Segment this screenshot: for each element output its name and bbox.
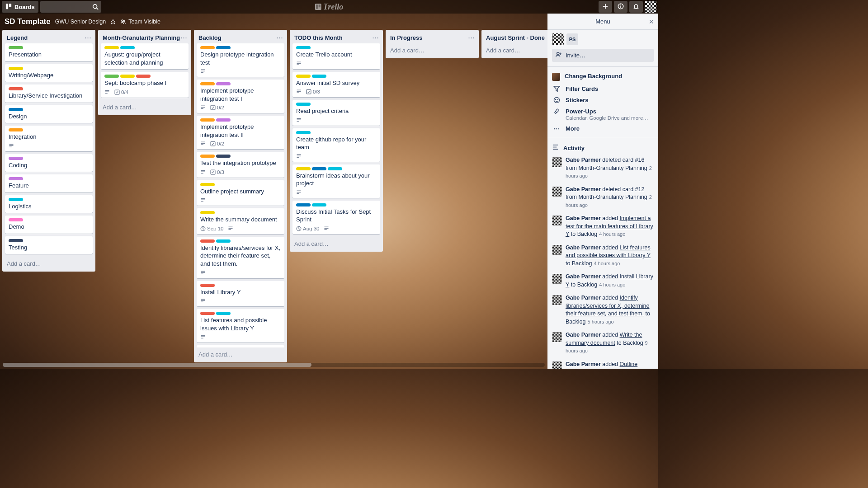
menu-close-button[interactable]: × (649, 18, 654, 26)
list-menu-button[interactable]: ⋯ (180, 33, 188, 42)
card[interactable]: Create Trello account (292, 43, 380, 69)
card[interactable]: Sept: bootcamp phase I0/4 (101, 72, 189, 98)
add-card-button[interactable]: Add a card… (98, 100, 191, 115)
card[interactable]: Answer initial SD survey0/3 (292, 72, 380, 98)
card-title: List features and possible issues with L… (200, 316, 281, 332)
visibility-button[interactable]: Team Visible (120, 19, 160, 25)
description-badge (200, 197, 206, 203)
list-title[interactable]: Legend (7, 34, 85, 41)
boards-button[interactable]: Boards (2, 1, 38, 13)
card[interactable]: List features and possible issues with L… (197, 309, 284, 343)
card-label (312, 75, 326, 78)
menu-more[interactable]: ⋯ More (552, 123, 654, 134)
card[interactable]: Test the integration prototype0/3 (197, 152, 284, 178)
list-menu-button[interactable]: ⋯ (276, 33, 283, 42)
card[interactable]: Demo (5, 216, 93, 234)
card[interactable]: Logistics (5, 195, 93, 213)
card-label (104, 46, 119, 49)
card[interactable]: Coding (5, 154, 93, 172)
card-label (200, 312, 215, 315)
list-menu-button[interactable]: ⋯ (372, 33, 379, 42)
list-menu-button[interactable]: ⋯ (468, 33, 475, 42)
card[interactable]: August: group/project selection and plan… (101, 43, 189, 69)
card[interactable]: Integration (5, 126, 93, 151)
card-title: Test the integration prototype (200, 159, 281, 167)
card[interactable]: Feature (5, 174, 93, 192)
card[interactable]: Writing/Webpage (5, 64, 93, 82)
list-title[interactable]: Month-Granularity Planning (103, 34, 180, 41)
card-title: Install Library Y (200, 288, 281, 296)
card-label (216, 118, 231, 122)
card[interactable]: Testing (5, 236, 93, 254)
card[interactable]: Brainstorm ideas about your project (292, 164, 380, 198)
activity-item: Gabe Parmer added Write the summary docu… (552, 329, 654, 359)
scrollbar-thumb[interactable] (3, 363, 311, 367)
create-button[interactable] (599, 1, 612, 13)
description-badge (200, 105, 206, 110)
menu-change-background[interactable]: Change Background (552, 70, 654, 83)
activity-text: Gabe Parmer added Outline project summar… (566, 361, 654, 369)
filter-icon (552, 85, 561, 92)
add-card-button[interactable]: Add a card… (481, 43, 547, 58)
card-title: Create Trello account (296, 51, 377, 59)
add-card-button[interactable]: Add a card… (290, 237, 383, 252)
menu-item-label: More (566, 125, 580, 132)
list-title[interactable]: In Progress (390, 34, 468, 41)
card-label (200, 183, 215, 186)
star-board-button[interactable] (110, 19, 116, 24)
team-name[interactable]: GWU Senior Design (55, 19, 106, 25)
card[interactable]: Library/Service Investigation (5, 84, 93, 103)
card[interactable]: Design (5, 105, 93, 123)
member-avatar[interactable]: PS (566, 33, 578, 45)
svg-point-81 (554, 97, 559, 103)
card[interactable]: Presentation (5, 43, 93, 61)
info-icon (618, 3, 624, 11)
board-name[interactable]: SD Template (5, 17, 51, 26)
card[interactable]: Discuss Initial Tasks for Sept SprintAug… (292, 201, 380, 234)
add-user-icon (556, 52, 562, 59)
app-header: Boards Trello (0, 0, 658, 14)
description-badge (200, 141, 206, 146)
member-avatar[interactable] (552, 33, 564, 45)
card[interactable]: Create github repo for your team (292, 128, 380, 162)
add-card-button[interactable]: Add a card… (386, 43, 479, 58)
card[interactable]: Outline project summary (197, 180, 284, 206)
notifications-button[interactable] (629, 1, 643, 13)
menu-filter-cards[interactable]: Filter Cards (552, 83, 654, 94)
list-title[interactable]: August Sprint - Done (486, 34, 547, 41)
card[interactable]: Install Library Y (197, 281, 284, 307)
menu-powerups[interactable]: Power-Ups Calendar, Google Drive and mor… (552, 106, 654, 123)
description-badge (200, 298, 206, 304)
card[interactable]: Read project criteria (292, 100, 380, 126)
card-label (9, 239, 23, 242)
menu-item-label: Power-Ups (566, 108, 648, 115)
description-badge (296, 190, 302, 195)
menu-stickers[interactable]: Stickers (552, 94, 654, 106)
card[interactable]: Write the summary documentSep 10 (197, 208, 284, 234)
card-label (312, 203, 326, 206)
add-card-button[interactable]: Add a card… (194, 347, 287, 362)
list-title[interactable]: Backlog (198, 34, 276, 41)
activity-avatar (552, 187, 562, 197)
list-menu-button[interactable]: ⋯ (85, 33, 92, 42)
activity-item: Gabe Parmer added Implement a test for t… (552, 213, 654, 242)
card-title: Library/Service Investigation (9, 92, 89, 100)
activity-text: Gabe Parmer deleted card #16 from Month-… (566, 156, 654, 180)
card[interactable]: Implement prototype integration test II0… (197, 116, 284, 149)
card[interactable]: Identify libraries/services for X, deter… (197, 237, 284, 278)
card[interactable]: Design prototype integration test (197, 43, 284, 77)
invite-button[interactable]: Invite… (552, 49, 654, 62)
list-title[interactable]: TODO this Month (294, 34, 372, 41)
card[interactable]: Implement prototype integration test I0/… (197, 80, 284, 113)
visibility-label: Team Visible (128, 19, 160, 25)
description-badge (296, 61, 302, 66)
user-avatar[interactable] (645, 1, 656, 13)
svg-line-3 (96, 8, 98, 10)
activity-icon (552, 144, 559, 152)
search-input[interactable] (40, 1, 101, 13)
card-label (296, 75, 311, 78)
add-card-button[interactable]: Add a card… (2, 257, 95, 272)
svg-point-14 (122, 20, 123, 22)
info-button[interactable] (614, 1, 627, 13)
horizontal-scrollbar[interactable] (3, 363, 545, 367)
